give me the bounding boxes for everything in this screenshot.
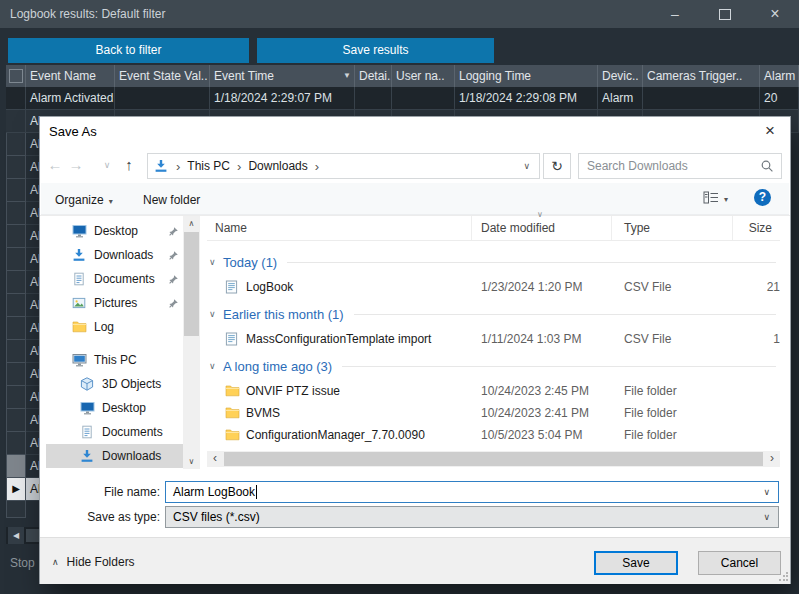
row-select-cell[interactable] bbox=[6, 317, 26, 340]
up-icon[interactable]: ↑ bbox=[118, 150, 140, 180]
save-results-button[interactable]: Save results bbox=[257, 38, 494, 63]
row-select-cell[interactable] bbox=[6, 294, 26, 317]
forward-icon[interactable]: → bbox=[66, 150, 86, 180]
file-row-bvms[interactable]: BVMS10/24/2023 2:41 PMFile folder bbox=[207, 402, 780, 424]
sidebar-vertical-scrollbar[interactable]: ∧ ∨ bbox=[183, 216, 200, 469]
save-button[interactable]: Save bbox=[594, 551, 678, 575]
column-header-name[interactable]: Name bbox=[207, 216, 472, 240]
column-header-type[interactable]: Type bbox=[612, 216, 733, 240]
file-group-header[interactable]: ∨Today (1) bbox=[207, 252, 780, 272]
hide-folders-button[interactable]: ∧ Hide Folders bbox=[52, 552, 135, 572]
column-header-user-na-[interactable]: User na.. bbox=[392, 65, 455, 87]
column-header-date-modified[interactable]: Date modified bbox=[472, 216, 612, 240]
address-bar[interactable]: › This PC › Downloads › ∨ bbox=[147, 153, 540, 179]
row-select-cell[interactable] bbox=[6, 133, 26, 156]
sidebar-item-downloads[interactable]: Downloads bbox=[46, 243, 183, 267]
sidebar-item-downloads[interactable]: Downloads bbox=[46, 444, 183, 468]
resize-grip[interactable] bbox=[778, 572, 788, 582]
scroll-up-icon[interactable]: ∧ bbox=[183, 216, 200, 231]
row-select-cell[interactable] bbox=[6, 202, 26, 225]
column-header-alarm[interactable]: Alarm bbox=[760, 65, 799, 87]
close-icon[interactable]: × bbox=[762, 0, 788, 28]
dialog-close-icon[interactable]: × bbox=[754, 117, 786, 145]
file-name-dropdown-icon[interactable]: ∨ bbox=[763, 482, 778, 502]
search-input[interactable] bbox=[579, 159, 760, 173]
row-select-cell[interactable] bbox=[6, 501, 26, 518]
sidebar-item-desktop[interactable]: Desktop bbox=[46, 396, 183, 420]
scrollbar-thumb[interactable] bbox=[184, 232, 199, 336]
sidebar-item-log[interactable]: Log bbox=[46, 315, 183, 339]
breadcrumb-this-pc[interactable]: This PC bbox=[187, 159, 230, 173]
row-select-cell[interactable] bbox=[6, 225, 26, 248]
sidebar-item-label: This PC bbox=[94, 353, 137, 367]
maximize-icon[interactable] bbox=[712, 0, 738, 28]
minimize-icon[interactable]: – bbox=[662, 0, 688, 28]
organize-button[interactable]: Organize▾ bbox=[55, 191, 113, 209]
scroll-left-icon[interactable]: ‹ bbox=[207, 451, 223, 467]
row-select-cell[interactable] bbox=[6, 179, 26, 202]
row-select-cell[interactable] bbox=[6, 87, 26, 110]
row-select-cell[interactable] bbox=[6, 248, 26, 271]
search-box[interactable] bbox=[578, 153, 782, 179]
column-header-size[interactable]: Size bbox=[733, 216, 780, 240]
scroll-right-icon[interactable]: › bbox=[764, 451, 780, 467]
pin-icon bbox=[168, 250, 179, 261]
row-select-cell[interactable] bbox=[6, 156, 26, 179]
recent-locations-icon[interactable]: ∨ bbox=[98, 150, 116, 180]
sidebar-item-label: Documents bbox=[102, 425, 163, 439]
stop-button[interactable]: Stop bbox=[10, 556, 35, 570]
column-header-label: Cameras Trigger.. bbox=[647, 69, 742, 83]
row-select-cell[interactable] bbox=[6, 363, 26, 386]
change-view-button[interactable]: ▾ bbox=[703, 191, 728, 207]
table-select-all-header[interactable] bbox=[6, 65, 26, 87]
file-row-onvif-ptz-issue[interactable]: ONVIF PTZ issue10/24/2023 2:45 PMFile fo… bbox=[207, 380, 780, 402]
file-row-logbook[interactable]: LogBook1/23/2024 1:20 PMCSV File21 bbox=[207, 276, 780, 298]
sidebar-item-label: Pictures bbox=[94, 296, 137, 310]
back-to-filter-button[interactable]: Back to filter bbox=[8, 38, 249, 63]
help-icon[interactable]: ? bbox=[754, 189, 771, 206]
desktop-icon bbox=[72, 224, 88, 239]
row-select-cell[interactable] bbox=[6, 340, 26, 363]
column-header-detai-[interactable]: Detai.. bbox=[355, 65, 392, 87]
file-group-header[interactable]: ∨A long time ago (3) bbox=[207, 356, 780, 376]
breadcrumb-downloads[interactable]: Downloads bbox=[248, 159, 307, 173]
column-header-devic-[interactable]: Devic.. bbox=[598, 65, 643, 87]
sidebar-item-desktop[interactable]: Desktop bbox=[46, 219, 183, 243]
row-select-cell[interactable] bbox=[6, 271, 26, 294]
file-row-massconfigurationtemplate-import[interactable]: MassConfigurationTemplate import1/11/202… bbox=[207, 328, 780, 350]
table-row[interactable]: Alarm Activated1/18/2024 2:29:07 PM1/18/… bbox=[6, 87, 799, 110]
scroll-left-icon[interactable]: ◀ bbox=[8, 527, 24, 544]
column-header-event-time[interactable]: Event Time▼ bbox=[210, 65, 355, 87]
save-as-type-select[interactable]: CSV files (*.csv) ∨ bbox=[165, 506, 779, 528]
back-icon[interactable]: ← bbox=[44, 150, 66, 180]
column-header-logging-time[interactable]: Logging Time bbox=[455, 65, 598, 87]
sidebar-item-documents[interactable]: Documents bbox=[46, 267, 183, 291]
file-row-configurationmanager-7-70-0090[interactable]: ConfigurationManager_7.70.009010/5/2023 … bbox=[207, 424, 780, 446]
row-select-cell[interactable] bbox=[6, 455, 26, 478]
file-name: BVMS bbox=[246, 406, 280, 420]
column-header-event-state-val-[interactable]: Event State Val.. bbox=[115, 65, 210, 87]
address-dropdown-icon[interactable]: ∨ bbox=[523, 161, 539, 171]
row-select-cell[interactable] bbox=[6, 409, 26, 432]
row-select-cell[interactable] bbox=[6, 432, 26, 455]
sidebar-item-documents[interactable]: Documents bbox=[46, 420, 183, 444]
file-group-header[interactable]: ∨Earlier this month (1) bbox=[207, 304, 780, 324]
row-select-cell[interactable] bbox=[6, 386, 26, 409]
group-rule bbox=[287, 262, 776, 263]
scrollbar-thumb[interactable] bbox=[224, 452, 763, 466]
column-header-cameras-trigger-[interactable]: Cameras Trigger.. bbox=[643, 65, 760, 87]
refresh-icon[interactable]: ↻ bbox=[543, 153, 571, 179]
row-select-cell[interactable]: ▶ bbox=[6, 478, 26, 501]
cancel-button[interactable]: Cancel bbox=[698, 551, 781, 575]
sidebar-item-3d-objects[interactable]: 3D Objects bbox=[46, 372, 183, 396]
sidebar-item-pictures[interactable]: Pictures bbox=[46, 291, 183, 315]
row-select-cell[interactable] bbox=[6, 110, 26, 133]
pictures-icon bbox=[72, 296, 88, 311]
column-header-event-name[interactable]: Event Name bbox=[26, 65, 115, 87]
new-folder-button[interactable]: New folder bbox=[143, 191, 200, 209]
sidebar-item-this-pc[interactable]: This PC bbox=[46, 348, 183, 372]
file-name-input[interactable]: Alarm LogBook ∨ bbox=[165, 481, 779, 503]
sidebar-item-label: Log bbox=[94, 320, 114, 334]
scroll-down-icon[interactable]: ∨ bbox=[183, 454, 200, 469]
file-list-horizontal-scrollbar[interactable]: ‹ › bbox=[207, 451, 780, 467]
